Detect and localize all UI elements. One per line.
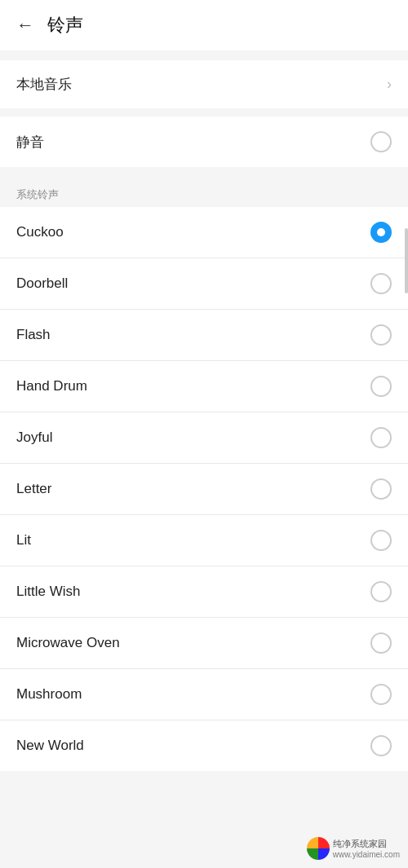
ringtone-name: New World [16, 738, 84, 754]
ringtone-radio[interactable] [370, 478, 392, 500]
silent-radio[interactable] [370, 131, 392, 152]
scrollbar[interactable] [405, 228, 408, 293]
ringtone-item[interactable]: Cuckoo [0, 207, 408, 258]
ringtone-radio[interactable] [370, 427, 392, 448]
ringtone-item[interactable]: Little Wish [0, 566, 408, 618]
page-container: ← 铃声 本地音乐 › 静音 系统铃声 CuckooDoorbellFlashH… [0, 0, 408, 771]
system-ringtones-label: 系统铃声 [16, 188, 59, 200]
ringtone-radio[interactable] [370, 530, 392, 551]
ringtone-radio[interactable] [370, 273, 392, 294]
silent-label: 静音 [16, 133, 44, 152]
ringtone-radio[interactable] [370, 376, 392, 397]
ringtone-item[interactable]: Hand Drum [0, 361, 408, 412]
ringtone-radio[interactable] [370, 632, 392, 654]
back-button[interactable]: ← [16, 15, 34, 36]
ringtone-item[interactable]: Flash [0, 310, 408, 361]
ringtone-name: Letter [16, 481, 51, 497]
local-music-label: 本地音乐 [16, 75, 72, 94]
ringtones-list: CuckooDoorbellFlashHand DrumJoyfulLetter… [0, 207, 408, 771]
ringtone-radio[interactable] [370, 324, 392, 346]
silent-item[interactable]: 静音 [0, 117, 408, 167]
local-music-section: 本地音乐 › [0, 60, 408, 108]
silent-section: 静音 [0, 117, 408, 167]
page-title: 铃声 [47, 13, 83, 37]
ringtone-name: Little Wish [16, 584, 80, 600]
ringtone-name: Cuckoo [16, 224, 64, 240]
ringtone-name: Hand Drum [16, 378, 87, 394]
ringtone-radio[interactable] [370, 735, 392, 756]
ringtone-radio[interactable] [370, 684, 392, 705]
ringtone-item[interactable]: New World [0, 720, 408, 771]
ringtone-name: Joyful [16, 430, 52, 446]
ringtone-item[interactable]: Mushroom [0, 669, 408, 720]
ringtone-name: Lit [16, 532, 31, 549]
ringtone-name: Microwave Oven [16, 635, 120, 651]
header: ← 铃声 [0, 0, 408, 51]
ringtone-item[interactable]: Microwave Oven [0, 618, 408, 669]
local-music-item[interactable]: 本地音乐 › [0, 60, 408, 108]
ringtone-name: Flash [16, 327, 51, 343]
ringtone-item[interactable]: Letter [0, 464, 408, 515]
ringtone-name: Mushroom [16, 686, 82, 703]
ringtone-item[interactable]: Lit [0, 515, 408, 566]
ringtone-radio[interactable] [370, 581, 392, 602]
ringtone-item[interactable]: Joyful [0, 412, 408, 464]
ringtone-item[interactable]: Doorbell [0, 258, 408, 310]
ringtone-radio[interactable] [370, 222, 392, 243]
system-ringtones-section-label: 系统铃声 [0, 175, 408, 207]
ringtone-name: Doorbell [16, 275, 68, 292]
chevron-right-icon: › [387, 76, 392, 93]
